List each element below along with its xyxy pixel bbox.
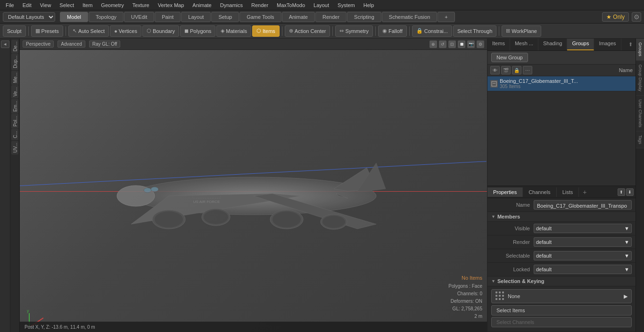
vertices-button[interactable]: ● Vertices [110,25,141,37]
menu-select[interactable]: Select [56,1,78,9]
layout-tab-topology[interactable]: Topology [89,12,124,22]
viewport-raygl-btn[interactable]: Ray GL: Off [89,40,121,48]
vp-icon-camera[interactable]: 📷 [467,40,475,48]
menu-geometry[interactable]: Geometry [97,1,127,9]
vp-icon-settings[interactable]: ⚙ [477,40,484,48]
viewport-canvas[interactable]: US AIR FORCE x y z No Items Polygons : F… [20,50,487,332]
tab-groups[interactable]: Groups [567,39,594,50]
rvt-user-channels[interactable]: User Channels [636,96,644,132]
menu-system[interactable]: System [334,1,359,9]
vp-icon-4[interactable]: 🔲 [458,40,465,48]
new-group-button[interactable]: New Group [491,53,528,62]
render-select[interactable]: default ▼ [534,237,632,247]
locked-select[interactable]: default ▼ [534,265,632,274]
settings-icon[interactable]: ⚙ [632,12,641,22]
selectable-select[interactable]: default ▼ [534,251,632,260]
rvt-tags[interactable]: Tags [636,131,644,148]
tab-shading[interactable]: Shading [538,39,567,50]
polygons-button[interactable]: ◼ Polygons [180,25,215,37]
props-collapse-btn[interactable]: ⬇ [626,188,634,196]
groups-controls: 👁 🎬 🔒 ⋯ Name [487,65,636,76]
select-through-button[interactable]: Select Through [453,25,496,37]
left-tab-dup[interactable]: Dup... [11,54,18,70]
constraint-button[interactable]: 🔒 Constrai... [412,25,452,37]
workplane-button[interactable]: ⊞ WorkPlane [502,25,541,37]
rvt-groups[interactable]: Groups [636,39,644,61]
props-tab-channels[interactable]: Channels [523,187,556,197]
falloff-button[interactable]: ◉ Falloff [378,25,407,37]
rvt-group-display[interactable]: Group Display [636,61,644,96]
layout-tab-paint[interactable]: Paint [155,12,181,22]
sculpt-button[interactable]: Sculpt [3,25,26,37]
materials-button[interactable]: ◈ Materials [216,25,251,37]
menu-view[interactable]: View [36,1,55,9]
members-section-header[interactable]: ▼ Members [487,212,636,222]
none-button[interactable]: None ▶ [491,289,632,303]
viewport-perspective-btn[interactable]: Perspective [23,40,54,48]
gc-lock-btn[interactable]: 🔒 [512,66,521,74]
name-input[interactable]: Boeing_C17_Globemaster_III_Transpo [534,200,632,210]
layout-tab-add[interactable]: + [438,12,454,22]
arrow-right-btn[interactable]: ▶ [624,293,627,300]
vp-icon-3[interactable]: ⊡ [448,40,456,48]
layout-tab-animate[interactable]: Animate [282,12,315,22]
star-only-toggle[interactable]: ★ Only [602,12,629,22]
menu-maxtomodo[interactable]: MaxToModo [273,1,309,9]
menu-item[interactable]: Item [79,1,96,9]
select-channels-button[interactable]: Select Channels [491,317,632,327]
layout-tab-gametools[interactable]: Game Tools [239,12,281,22]
visible-select[interactable]: default ▼ [534,224,632,233]
presets-button[interactable]: ▦ Presets [31,25,63,37]
viewport-shading-btn[interactable]: Advanced [58,40,85,48]
tab-items[interactable]: Items [487,39,510,50]
group-item-boeing[interactable]: Boeing_C17_Globemaster_III_T... 305 Item… [487,76,636,91]
layout-tab-layout[interactable]: Layout [181,12,211,22]
menu-layout[interactable]: Layout [310,1,333,9]
left-tab-ve[interactable]: Ve... [11,85,18,98]
autoselect-button[interactable]: ↖ Auto Select [68,25,109,37]
menu-render[interactable]: Render [248,1,272,9]
expand-panel-btn[interactable]: ⬆ [626,39,636,50]
layout-select[interactable]: Default Layouts [3,12,55,22]
menu-texture[interactable]: Texture [129,1,153,9]
tab-mesh[interactable]: Mesh ... [510,39,538,50]
action-center-button[interactable]: ⊕ Action Center [285,25,330,37]
props-tab-add[interactable]: + [579,187,590,197]
menu-file[interactable]: File [2,1,18,9]
selection-keying-header[interactable]: ▼ Selection & Keying [487,276,636,286]
menu-dynamics[interactable]: Dynamics [216,1,247,9]
gc-render-btn[interactable]: 🎬 [501,66,511,74]
vp-icon-1[interactable]: ⊕ [429,40,437,48]
menu-edit[interactable]: Edit [19,1,35,9]
viewport[interactable]: Perspective Advanced Ray GL: Off ⊕ ↺ ⊡ 🔲… [20,39,487,332]
menu-animate[interactable]: Animate [189,1,215,9]
layout-tab-schematic[interactable]: Schematic Fusion [382,12,437,22]
left-tab-uv[interactable]: UV... [11,141,18,154]
gc-eye-btn[interactable]: 👁 [490,66,500,74]
menu-vertexmap[interactable]: Vertex Map [154,1,188,9]
menu-help[interactable]: Help [360,1,378,9]
left-tab-me[interactable]: Me... [11,71,18,85]
gc-more-btn[interactable]: ⋯ [523,66,532,74]
left-tab-de[interactable]: De... [11,40,18,53]
props-tab-lists[interactable]: Lists [557,187,579,197]
props-expand-btn[interactable]: ⬆ [618,188,625,196]
sidebar-collapse-btn[interactable]: ◀ [1,40,9,48]
layout-tab-model[interactable]: Model [60,12,88,22]
left-tab-pol[interactable]: Pol... [11,114,18,129]
main-area: ◀ De... Dup... Me... Ve... Em... Pol... … [0,39,644,332]
layout-tab-uvedit[interactable]: UVEdit [124,12,154,22]
boundary-button[interactable]: ⬡ Boundary [142,25,179,37]
symmetry-button[interactable]: ⇔ Symmetry [335,25,373,37]
select-items-button[interactable]: Select Items [491,305,632,316]
vp-icon-2[interactable]: ↺ [439,40,446,48]
sculpt-label: Sculpt [7,28,22,34]
props-tab-properties[interactable]: Properties [487,187,523,197]
items-button[interactable]: ⬡ Items [252,25,280,37]
layout-tab-scripting[interactable]: Scripting [347,12,381,22]
left-tab-c[interactable]: C... [11,129,18,140]
layout-tab-render[interactable]: Render [315,12,347,22]
left-tab-em[interactable]: Em... [11,99,18,113]
tab-images[interactable]: Images [594,39,621,50]
layout-tab-setup[interactable]: Setup [211,12,239,22]
